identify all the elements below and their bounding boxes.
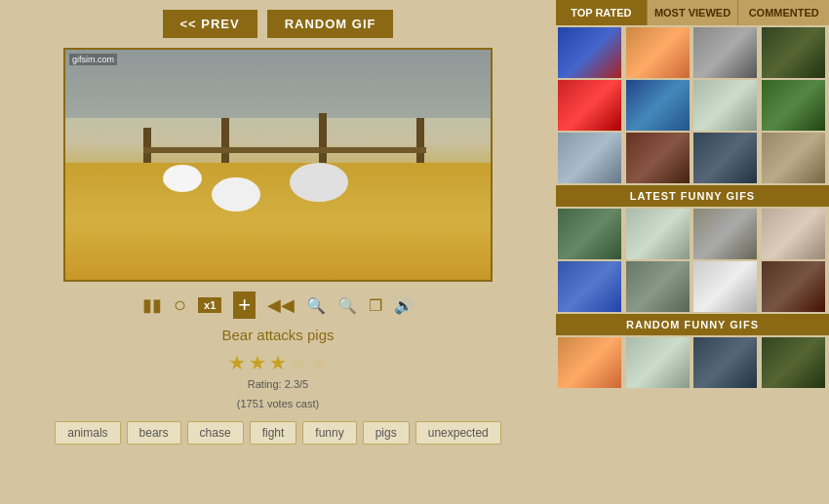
gif-title[interactable]: Bear attacks pigs	[221, 327, 334, 343]
thumb-latest-5[interactable]	[558, 261, 621, 312]
tag-pigs[interactable]: pigs	[363, 421, 410, 445]
left-panel: << PREV RANDOM GIF gifsim.com	[0, 0, 556, 504]
latest-section-header: LATEST FUNNY GIFS	[556, 185, 829, 207]
tag-fight[interactable]: fight	[250, 421, 297, 445]
tag-chase[interactable]: chase	[187, 421, 244, 445]
thumb-random-2[interactable]	[626, 337, 690, 388]
votes-count: (1751 votes cast)	[237, 398, 319, 409]
top-buttons: << PREV RANDOM GIF	[163, 10, 394, 38]
minus-button[interactable]: ○	[174, 292, 186, 318]
plus-button[interactable]: +	[233, 291, 256, 319]
tab-most-viewed[interactable]: MOST VIEWED	[648, 0, 739, 25]
x1-button[interactable]: x1	[198, 297, 221, 313]
gif-scene	[65, 50, 491, 280]
thumb-top-11[interactable]	[693, 133, 757, 183]
star-2[interactable]: ★	[249, 351, 266, 374]
thumb-top-4[interactable]	[762, 27, 825, 78]
thumb-random-3[interactable]	[693, 337, 757, 388]
rewind-button[interactable]: ◀◀	[267, 294, 295, 316]
thumb-top-8[interactable]	[762, 80, 825, 131]
thumb-latest-7[interactable]	[693, 261, 757, 312]
thumb-top-3[interactable]	[693, 27, 757, 78]
right-panel: TOP RATED MOST VIEWED COMMENTED LATEST F…	[556, 0, 829, 504]
top-rated-grid	[556, 25, 829, 185]
thumb-latest-2[interactable]	[626, 209, 690, 259]
tag-animals[interactable]: animals	[55, 421, 120, 445]
expand-button[interactable]: ❐	[369, 296, 382, 315]
playback-controls: ▮▮ ○ x1 + ◀◀ 🔍 🔍 ❐ 🔊	[142, 291, 414, 319]
random-gif-button[interactable]: RANDOM GIF	[267, 10, 394, 38]
thumb-top-2[interactable]	[626, 27, 690, 78]
thumb-latest-3[interactable]	[693, 209, 757, 259]
random-section-header: RANDOM FUNNY GIFS	[556, 314, 829, 335]
thumb-top-12[interactable]	[762, 133, 825, 183]
sound-button[interactable]: 🔊	[394, 296, 414, 315]
gif-watermark: gifsim.com	[69, 54, 117, 65]
stars-rating: ★ ★ ★ ★ ★	[228, 351, 328, 374]
star-3[interactable]: ★	[269, 351, 287, 374]
latest-grid	[556, 207, 829, 314]
thumb-top-9[interactable]	[558, 133, 621, 183]
thumb-latest-8[interactable]	[762, 261, 825, 312]
tag-funny[interactable]: funny	[302, 421, 356, 445]
gif-container: gifsim.com	[63, 48, 493, 282]
tab-bar: TOP RATED MOST VIEWED COMMENTED	[556, 0, 829, 25]
thumb-top-10[interactable]	[626, 133, 690, 183]
star-5[interactable]: ★	[310, 351, 328, 374]
tag-unexpected[interactable]: unexpected	[415, 421, 501, 445]
thumb-top-5[interactable]	[558, 80, 621, 131]
thumb-top-7[interactable]	[693, 80, 757, 131]
thumb-top-6[interactable]	[626, 80, 690, 131]
thumb-random-4[interactable]	[762, 337, 825, 388]
star-1[interactable]: ★	[228, 351, 246, 374]
thumb-latest-6[interactable]	[626, 261, 690, 312]
thumb-top-1[interactable]	[558, 27, 621, 78]
thumb-random-1[interactable]	[558, 337, 621, 388]
tab-commented[interactable]: COMMENTED	[738, 0, 829, 25]
zoom-in-button[interactable]: 🔍	[337, 296, 357, 315]
tags-row: animals bears chase fight funny pigs une…	[55, 421, 501, 445]
rating-value: Rating: 2.3/5	[248, 378, 308, 390]
pause-button[interactable]: ▮▮	[142, 294, 162, 316]
thumb-latest-1[interactable]	[558, 209, 621, 259]
tab-top-rated[interactable]: TOP RATED	[556, 0, 648, 25]
random-grid	[556, 335, 829, 390]
zoom-out-button[interactable]: 🔍	[306, 296, 326, 315]
star-4[interactable]: ★	[290, 351, 307, 374]
prev-button[interactable]: << PREV	[163, 10, 257, 38]
thumb-latest-4[interactable]	[762, 209, 825, 259]
tag-bears[interactable]: bears	[127, 421, 181, 445]
